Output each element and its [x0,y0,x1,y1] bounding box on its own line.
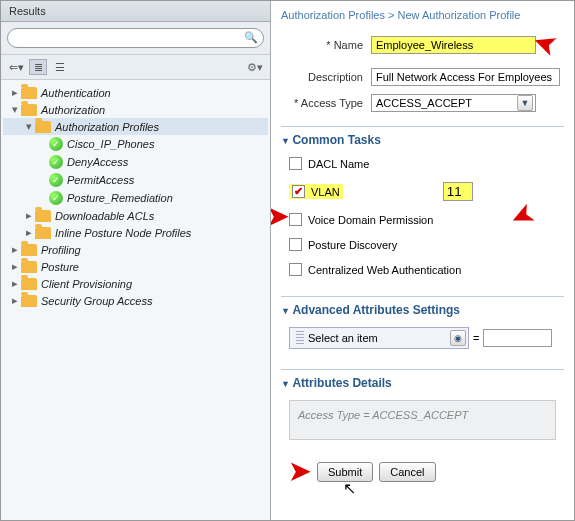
tree-security-group[interactable]: ▸Security Group Access [3,292,268,309]
tree-item-denyaccess[interactable]: ✓DenyAccess [3,153,268,171]
list-view-icon[interactable]: ≣ [29,59,47,75]
left-panel: Results 🔍 ⇐▾ ≣ ☰ ⚙▾ ▸Authentication ▾Aut… [1,1,271,520]
dacl-row[interactable]: DACL Name [281,151,564,176]
access-type-value: ACCESS_ACCEPT [376,97,472,109]
tree-inline-posture[interactable]: ▸Inline Posture Node Profiles [3,224,268,241]
cursor-icon: ↖ [343,479,356,498]
view-toolbar: ⇐▾ ≣ ☰ ⚙▾ [1,55,270,80]
back-icon[interactable]: ⇐▾ [7,59,25,75]
description-input[interactable] [371,68,560,86]
tree-posture[interactable]: ▸Posture [3,258,268,275]
posture-label: Posture Discovery [308,239,397,251]
breadcrumb-current: New Authorization Profile [398,9,521,21]
advanced-select[interactable]: Select an item ◉ [289,327,469,349]
vlan-input[interactable] [443,182,473,201]
advanced-placeholder: Select an item [308,332,378,344]
tree-item-posture-remediation[interactable]: ✓Posture_Remediation [3,189,268,207]
breadcrumb-parent[interactable]: Authorization Profiles [281,9,385,21]
access-type-label: Access Type [281,97,371,109]
chevron-down-icon[interactable]: ◉ [450,330,466,346]
posture-row[interactable]: Posture Discovery [281,232,564,257]
advanced-header[interactable]: Advanced Attributes Settings [281,296,564,321]
nav-tree: ▸Authentication ▾Authorization ▾Authoriz… [1,80,270,520]
voice-label: Voice Domain Permission [308,214,433,226]
webauth-row[interactable]: Centralized Web Authentication [281,257,564,282]
advanced-value-input[interactable] [483,329,552,347]
cancel-button[interactable]: Cancel [379,462,435,482]
tree-client-provisioning[interactable]: ▸Client Provisioning [3,275,268,292]
tree-auth-profiles[interactable]: ▾Authorization Profiles [3,118,268,135]
attr-details-header[interactable]: Attributes Details [281,369,564,394]
dacl-label: DACL Name [308,158,369,170]
vlan-checkbox[interactable]: ✔ [292,185,305,198]
search-box: 🔍 [1,22,270,55]
vlan-row[interactable]: ✔VLAN [281,176,564,207]
common-tasks-header[interactable]: Common Tasks [281,126,564,151]
breadcrumb: Authorization Profiles > New Authorizati… [281,9,564,21]
tree-item-permitaccess[interactable]: ✓PermitAccess [3,171,268,189]
equals-label: = [473,332,479,344]
grip-icon [296,331,304,345]
tree-item-cisco-ip-phones[interactable]: ✓Cisco_IP_Phones [3,135,268,153]
posture-checkbox[interactable] [289,238,302,251]
vlan-label: VLAN [311,186,340,198]
tree-profiling[interactable]: ▸Profiling [3,241,268,258]
tree-authentication[interactable]: ▸Authentication [3,84,268,101]
grid-view-icon[interactable]: ☰ [51,59,69,75]
results-header: Results [1,1,270,22]
tree-downloadable-acls[interactable]: ▸Downloadable ACLs [3,207,268,224]
right-panel: Authorization Profiles > New Authorizati… [271,1,574,520]
access-type-select[interactable]: ACCESS_ACCEPT ▼ [371,94,536,112]
webauth-label: Centralized Web Authentication [308,264,461,276]
chevron-down-icon[interactable]: ▼ [517,95,533,111]
search-icon[interactable]: 🔍 [244,31,258,44]
webauth-checkbox[interactable] [289,263,302,276]
voice-checkbox[interactable] [289,213,302,226]
name-label: Name [281,39,371,51]
dacl-checkbox[interactable] [289,157,302,170]
attr-details-box: Access Type = ACCESS_ACCEPT [289,400,556,440]
gear-icon[interactable]: ⚙▾ [246,59,264,75]
description-label: Description [281,71,371,83]
name-input[interactable] [371,36,536,54]
search-input[interactable] [7,28,264,48]
voice-row[interactable]: Voice Domain Permission [281,207,564,232]
tree-authorization[interactable]: ▾Authorization [3,101,268,118]
